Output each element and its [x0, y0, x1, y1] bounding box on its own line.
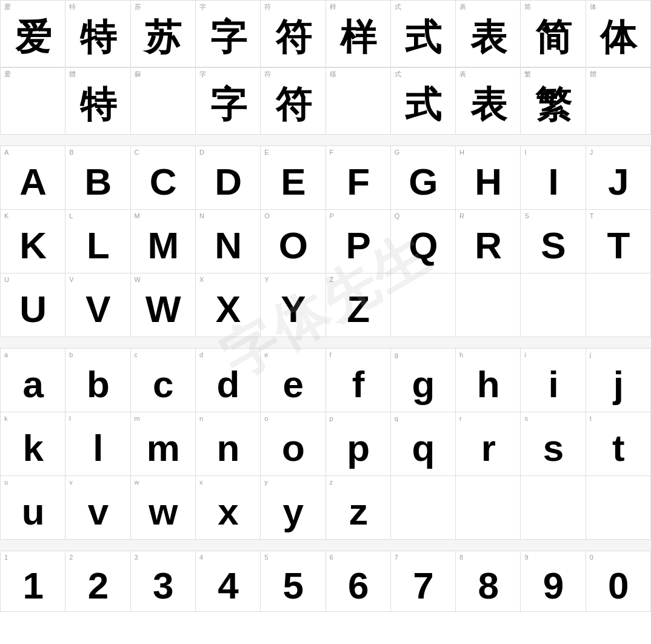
cell-character: t: [590, 424, 647, 472]
cell-label: l: [69, 415, 126, 423]
cell-label: y: [264, 478, 321, 486]
cell-label: m: [135, 415, 192, 423]
grid-cell: ss: [521, 412, 586, 476]
cell-label: 字: [199, 70, 256, 78]
cell-label: k: [4, 415, 61, 423]
cell-label: 0: [590, 554, 647, 562]
grid-cell: 55: [261, 551, 326, 612]
grid-cell: vv: [65, 476, 130, 540]
cell-character: X: [199, 285, 256, 333]
cell-label: Q: [395, 212, 452, 220]
cell-character: [524, 277, 581, 333]
cell-character: H: [459, 158, 516, 206]
cell-character: w: [135, 488, 192, 535]
cell-character: [330, 79, 387, 130]
grid-cell: tt: [586, 412, 651, 476]
grid-cell: QQ: [391, 210, 456, 273]
grid-cell: [586, 476, 651, 540]
grid-cell: JJ: [586, 146, 651, 210]
cell-label: p: [330, 415, 387, 423]
cell-label: Y: [264, 276, 321, 284]
grid-cell: 苏苏: [131, 1, 196, 67]
cell-label: 简: [524, 3, 581, 11]
grid-cell: uu: [1, 476, 65, 540]
cell-character: U: [4, 285, 61, 333]
grid-cell: II: [521, 146, 586, 210]
grid-cell: AA: [1, 146, 65, 210]
grid-cell: qq: [391, 412, 456, 476]
cell-character: 9: [524, 563, 581, 608]
cell-character: 样: [330, 12, 387, 63]
grid-cell: OO: [261, 210, 326, 273]
cell-label: 字: [199, 3, 256, 11]
grid-cell: RR: [456, 210, 521, 273]
cell-character: 符: [264, 12, 321, 63]
grid-cell: aa: [1, 349, 65, 412]
grid-cell: DD: [196, 146, 261, 210]
chinese-section-2: 爱體特蘇字字符符樣式式表表繁繁體: [0, 67, 651, 135]
grid-cell: GG: [391, 146, 456, 210]
grid-cell: 符符: [261, 1, 326, 67]
cell-label: 式: [395, 3, 452, 11]
grid-cell: YY: [261, 273, 326, 337]
cell-character: A: [4, 158, 61, 206]
grid-cell: 蘇: [131, 68, 196, 135]
cell-character: 字: [199, 79, 256, 130]
cell-label: D: [199, 149, 256, 156]
grid-cell: 爱爱: [1, 1, 65, 67]
cell-character: 字: [199, 12, 256, 63]
grid-cell: 77: [391, 551, 456, 612]
grid-cell: ii: [521, 349, 586, 412]
cell-character: z: [330, 488, 387, 535]
grid-cell: ll: [65, 412, 130, 476]
cell-character: a: [4, 360, 61, 408]
uppercase-section: AABBCCDDEEFFGGHHIIJJKKLLMMNNOOPPQQRRSSTT…: [0, 146, 651, 337]
cell-character: p: [330, 424, 387, 472]
cell-label: 苏: [135, 3, 192, 11]
grid-cell: [586, 273, 651, 337]
cell-label: 9: [524, 554, 581, 562]
cell-label: 体: [590, 3, 647, 11]
grid-cell: 简简: [521, 1, 586, 67]
grid-cell: SS: [521, 210, 586, 273]
cell-character: [395, 277, 452, 333]
grid-cell: 表表: [456, 68, 521, 135]
cell-label: 樣: [330, 70, 387, 78]
cell-label: I: [524, 149, 581, 156]
cell-label: J: [590, 149, 647, 156]
cell-character: B: [69, 158, 126, 206]
cell-character: 式: [395, 12, 452, 63]
cell-label: 1: [4, 554, 61, 562]
cell-character: P: [330, 221, 387, 269]
cell-character: 式: [395, 79, 452, 130]
cell-label: w: [135, 478, 192, 486]
grid-cell: dd: [196, 349, 261, 412]
cell-character: k: [4, 424, 61, 472]
cell-label: V: [69, 276, 126, 284]
cell-label: 2: [69, 554, 126, 562]
cell-character: 繁: [524, 79, 581, 130]
cell-character: 1: [4, 563, 61, 608]
cell-label: 體: [69, 70, 126, 78]
grid-cell: 樣: [326, 68, 391, 135]
cell-label: t: [590, 415, 647, 423]
cell-label: o: [264, 415, 321, 423]
cell-character: 符: [264, 79, 321, 130]
grid-cell: ww: [131, 476, 196, 540]
grid-cell: nn: [196, 412, 261, 476]
grid-cell: bb: [65, 349, 130, 412]
cell-label: 符: [264, 3, 321, 11]
cell-label: K: [4, 212, 61, 220]
cell-label: O: [264, 212, 321, 220]
grid-cell: xx: [196, 476, 261, 540]
grid-cell: mm: [131, 412, 196, 476]
cell-label: F: [330, 149, 387, 156]
cell-character: 2: [69, 563, 126, 608]
cell-label: 特: [69, 3, 126, 11]
cell-label: c: [135, 351, 192, 359]
cell-character: [135, 79, 192, 130]
cell-label: B: [69, 149, 126, 156]
grid-cell: gg: [391, 349, 456, 412]
grid-cell: yy: [261, 476, 326, 540]
grid-cell: [391, 476, 456, 540]
